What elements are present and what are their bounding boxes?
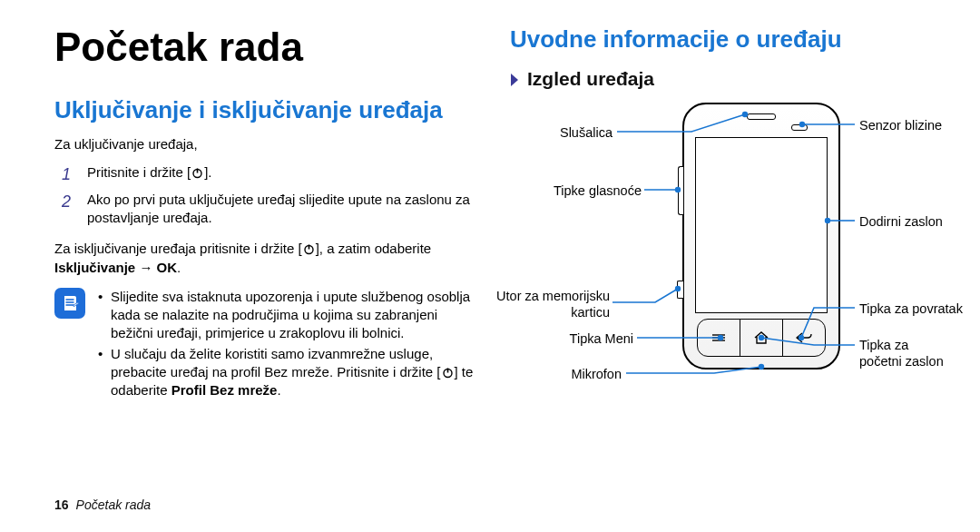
step-1-text-a: Pritisnite i držite [ — [87, 164, 191, 180]
power-icon — [442, 367, 454, 379]
off-text-c: . — [177, 260, 181, 275]
label-volume: Tipke glasnoće — [510, 182, 642, 199]
button-row — [697, 319, 826, 357]
volume-rocker-icon — [678, 166, 683, 215]
earpiece-icon — [747, 113, 776, 120]
step-2: 2 Ako po prvi puta uključujete uređaj sl… — [54, 191, 479, 228]
subsection-layout: Izgled uređaja — [510, 68, 935, 90]
label-sensor: Senzor blizine — [859, 117, 942, 133]
intro-text: Za uključivanje uređaja, — [54, 135, 479, 153]
note-2-text: U slučaju da želite koristiti samo izvan… — [111, 345, 479, 400]
label-touch: Dodirni zaslon — [859, 213, 943, 230]
label-home: Tipka za početni zaslon — [859, 337, 944, 369]
sensor-icon — [791, 124, 808, 131]
label-back: Tipka za povratak — [859, 300, 963, 317]
bullet-dot: • — [98, 345, 111, 400]
left-column: Početak rada Uključivanje i isključivanj… — [54, 25, 501, 523]
step-text: Ako po prvi puta uključujete uređaj slij… — [87, 191, 479, 228]
note-2-c: . — [277, 382, 280, 398]
home-key-icon — [740, 320, 783, 356]
section-power: Uključivanje i isključivanje uređaja — [54, 96, 479, 124]
note-body: • Slijedite sva istaknuta upozorenja i u… — [98, 288, 479, 402]
step-1: 1 Pritisnite i držite []. — [54, 163, 479, 185]
label-sd-b: karticu — [571, 305, 610, 320]
mic-icon — [760, 367, 763, 369]
note-box: • Slijedite sva istaknuta upozorenja i u… — [54, 288, 479, 402]
screen-icon — [695, 137, 828, 313]
label-home-b: početni zaslon — [859, 354, 944, 369]
step-number: 2 — [62, 191, 87, 212]
label-sd: Utor za memorijsku karticu — [483, 288, 610, 320]
back-key-icon — [783, 320, 825, 356]
note-item-2: • U slučaju da želite koristiti samo izv… — [98, 345, 479, 400]
right-column: Uvodne informacije o uređaju Izgled uređ… — [501, 25, 935, 523]
note-1-text: Slijedite sva istaknuta upozorenja i upu… — [111, 288, 479, 343]
label-mic: Mikrofon — [510, 366, 622, 382]
note-2-a: U slučaju da želite koristiti samo izvan… — [111, 346, 441, 379]
step-1-text-b: ]. — [204, 164, 211, 180]
power-off-text: Za isključivanje uređaja pritisnite i dr… — [54, 240, 479, 277]
power-icon — [303, 243, 315, 255]
section-info: Uvodne informacije o uređaju — [510, 25, 935, 54]
off-text-bold: Isključivanje → OK — [54, 260, 177, 275]
subsection-label: Izgled uređaja — [527, 68, 654, 90]
note-2-bold: Profil Bez mreže — [172, 382, 278, 398]
off-text-a: Za isključivanje uređaja pritisnite i dr… — [54, 241, 302, 256]
page-title: Početak rada — [54, 25, 479, 69]
ordered-steps: 1 Pritisnite i držite []. 2 Ako po prvi … — [54, 158, 479, 233]
label-home-a: Tipka za — [859, 338, 908, 352]
sd-slot-icon — [677, 281, 683, 299]
power-icon — [191, 167, 203, 179]
label-menu: Tipka Meni — [510, 330, 633, 347]
phone-body — [682, 103, 840, 369]
page-number: 16 — [54, 498, 69, 512]
note-item-1: • Slijedite sva istaknuta upozorenja i u… — [98, 288, 479, 343]
step-text: Pritisnite i držite []. — [87, 163, 479, 182]
device-diagram: Slušalica Tipke glasnoće Utor za memorij… — [510, 103, 935, 438]
note-icon — [54, 288, 85, 319]
bullet-dot: • — [98, 288, 111, 343]
step-number: 1 — [62, 163, 87, 185]
chevron-right-icon — [510, 73, 520, 87]
section-name: Početak rada — [76, 498, 152, 512]
menu-key-icon — [698, 320, 740, 356]
off-text-b: ], a zatim odaberite — [316, 241, 432, 256]
label-earpiece: Slušalica — [510, 124, 612, 141]
label-sd-a: Utor za memorijsku — [496, 289, 610, 303]
phone-illustration — [682, 103, 837, 366]
page-footer: 16 Početak rada — [54, 498, 151, 512]
